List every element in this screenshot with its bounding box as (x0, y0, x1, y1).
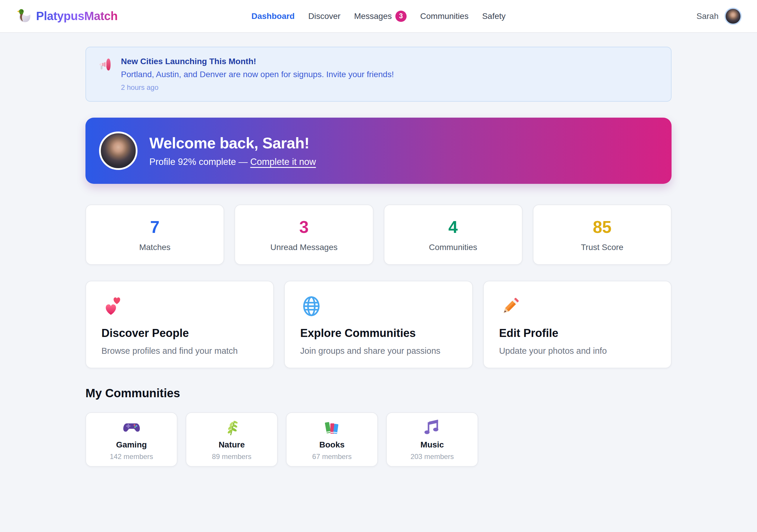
dashboard-main: New Cities Launching This Month! Portlan… (85, 33, 672, 467)
music-note-icon (423, 418, 441, 436)
stat-card-matches: 7 Matches (85, 204, 224, 265)
stat-card-trust-score: 85 Trust Score (533, 204, 672, 265)
action-desc-discover-people: Browse profiles and find your match (102, 346, 258, 356)
announcement-body: Portland, Austin, and Denver are now ope… (121, 70, 394, 79)
globe-icon (300, 295, 457, 317)
welcome-title: Welcome back, Sarah! (149, 134, 316, 152)
action-title-edit-profile: Edit Profile (499, 327, 655, 340)
stat-card-communities: 4 Communities (384, 204, 523, 265)
community-card-nature[interactable]: Nature 89 members (186, 412, 278, 467)
megaphone-icon (98, 57, 113, 73)
action-card-edit-profile[interactable]: Edit Profile Update your photos and info (483, 281, 672, 368)
brand-name: PlatypusMatch (36, 10, 118, 23)
action-card-discover-people[interactable]: Discover People Browse profiles and find… (85, 281, 274, 368)
nav-item-safety[interactable]: Safety (482, 12, 505, 21)
stats-row: 7 Matches 3 Unread Messages 4 Communitie… (85, 204, 672, 265)
action-desc-edit-profile: Update your photos and info (499, 346, 655, 356)
user-menu[interactable]: Sarah (506, 8, 742, 25)
community-members-nature: 89 members (212, 453, 251, 461)
nav-item-communities[interactable]: Communities (420, 12, 469, 21)
top-nav-bar: PlatypusMatch Dashboard Discover Message… (0, 0, 757, 33)
stat-label-trust-score: Trust Score (581, 243, 624, 252)
user-avatar[interactable] (724, 8, 742, 25)
community-members-books: 67 members (312, 453, 351, 461)
community-card-books[interactable]: Books 67 members (286, 412, 378, 467)
welcome-text: Welcome back, Sarah! Profile 92% complet… (149, 134, 316, 167)
stat-value-matches: 7 (150, 217, 160, 237)
books-icon (323, 418, 341, 436)
stat-value-trust-score: 85 (593, 217, 612, 237)
community-card-music[interactable]: Music 203 members (386, 412, 478, 467)
welcome-banner: Welcome back, Sarah! Profile 92% complet… (85, 118, 672, 184)
nav-item-messages-label: Messages (354, 12, 392, 21)
action-title-explore-communities: Explore Communities (300, 327, 457, 340)
my-communities-heading: My Communities (85, 387, 672, 400)
announcement-content: New Cities Launching This Month! Portlan… (121, 57, 394, 92)
user-name: Sarah (696, 12, 718, 21)
profile-completion-text: Profile 92% complete — Complete it now (149, 157, 316, 167)
stat-label-communities: Communities (429, 243, 477, 252)
stat-label-matches: Matches (139, 243, 170, 252)
community-members-gaming: 142 members (110, 453, 153, 461)
announcement-banner: New Cities Launching This Month! Portlan… (85, 47, 672, 102)
action-desc-explore-communities: Join groups and share your passions (300, 346, 457, 356)
main-nav: Dashboard Discover Messages 3 Communitie… (251, 11, 506, 22)
two-hearts-icon (102, 295, 258, 317)
community-card-gaming[interactable]: Gaming 142 members (85, 412, 177, 467)
community-name-music: Music (420, 440, 444, 450)
stat-value-unread-messages: 3 (299, 217, 309, 237)
game-controller-icon (122, 418, 141, 436)
action-card-explore-communities[interactable]: Explore Communities Join groups and shar… (284, 281, 472, 368)
stat-card-unread-messages: 3 Unread Messages (234, 204, 373, 265)
nav-item-discover[interactable]: Discover (308, 12, 340, 21)
community-members-music: 203 members (410, 453, 454, 461)
pencil-icon (499, 295, 655, 317)
my-communities-row: Gaming 142 members Nature 89 members (85, 412, 672, 467)
quick-actions-row: Discover People Browse profiles and find… (85, 281, 672, 368)
action-title-discover-people: Discover People (102, 327, 258, 340)
nav-item-dashboard[interactable]: Dashboard (251, 12, 294, 21)
stat-label-unread-messages: Unread Messages (270, 243, 337, 252)
profile-completion-prefix: Profile 92% complete — (149, 157, 250, 167)
community-name-nature: Nature (219, 440, 245, 450)
messages-count-badge: 3 (395, 11, 407, 22)
profile-avatar (99, 132, 137, 170)
nav-item-messages[interactable]: Messages 3 (354, 11, 407, 22)
stat-value-communities: 4 (448, 217, 458, 237)
duck-logo-icon (15, 8, 31, 25)
complete-profile-link[interactable]: Complete it now (250, 157, 316, 167)
community-name-books: Books (319, 440, 345, 450)
announcement-timestamp: 2 hours ago (121, 83, 394, 92)
herb-icon (223, 418, 241, 436)
community-name-gaming: Gaming (116, 440, 147, 450)
announcement-title: New Cities Launching This Month! (121, 57, 394, 66)
brand[interactable]: PlatypusMatch (15, 8, 251, 25)
